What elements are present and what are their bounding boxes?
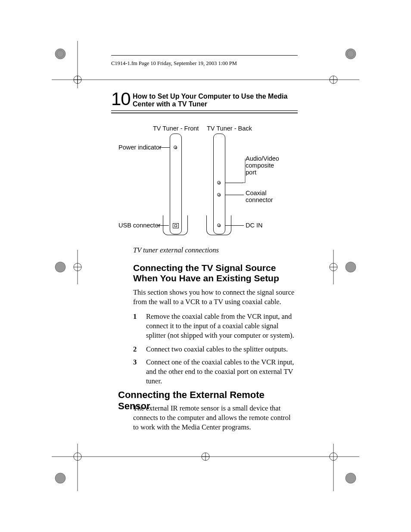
svg-point-27 xyxy=(330,453,337,460)
svg-point-24 xyxy=(202,453,209,460)
svg-point-19 xyxy=(346,262,356,272)
back-av-port xyxy=(217,181,221,184)
label-front: TV Tuner - Front xyxy=(153,125,199,132)
svg-point-8 xyxy=(55,49,65,59)
pointer-coax xyxy=(225,195,244,195)
page: C1914-1.fm Page 10 Friday, September 19,… xyxy=(0,0,411,532)
svg-point-10 xyxy=(346,49,356,59)
step-text-3: Connect one of the coaxial cables to the… xyxy=(146,358,298,386)
svg-point-29 xyxy=(346,473,356,483)
label-dc-in: DC IN xyxy=(246,222,262,229)
label-back: TV Tuner - Back xyxy=(207,125,252,132)
pointer-av-elbow xyxy=(243,159,246,184)
svg-point-9 xyxy=(57,50,64,57)
step-text-2: Connect two coaxial cables to the splitt… xyxy=(146,345,298,354)
diagram-caption: TV tuner external connections xyxy=(133,246,219,255)
label-coax-line2: connector xyxy=(246,196,273,203)
crop-mark-bottom xyxy=(52,444,359,491)
tv-tuner-diagram: TV Tuner - Front TV Tuner - Back Power i… xyxy=(121,125,297,246)
label-power-indicator: Power indicator xyxy=(118,144,162,151)
section-title: How to Set Up Your Computer to Use the M… xyxy=(133,93,288,108)
crop-mark-middle-left xyxy=(52,250,86,284)
label-usb-connector: USB connector xyxy=(118,222,161,229)
step-number-1: 1 xyxy=(133,312,137,321)
pointer-power xyxy=(159,147,170,148)
svg-point-13 xyxy=(74,263,81,271)
paragraph-remote-sensor: The external IR remote sensor is a small… xyxy=(133,404,298,432)
step-number-3: 3 xyxy=(133,358,137,367)
running-header: C1914-1.fm Page 10 Friday, September 19,… xyxy=(111,60,237,67)
svg-point-17 xyxy=(330,263,337,271)
crop-mark-middle-right xyxy=(325,250,359,284)
svg-point-2 xyxy=(74,76,81,84)
header-rule xyxy=(111,55,298,56)
back-stand xyxy=(206,215,231,235)
svg-point-28 xyxy=(55,473,65,483)
page-number-large: 10 xyxy=(111,89,131,109)
svg-point-23 xyxy=(74,453,81,460)
step-2: 2 Connect two coaxial cables to the spli… xyxy=(133,345,298,355)
label-coax: Coaxial connector xyxy=(246,190,284,203)
label-coax-line1: Coaxial xyxy=(246,190,266,196)
pointer-av xyxy=(225,183,243,183)
label-av-line1: Audio/Video xyxy=(246,155,279,162)
paragraph-intro: This section shows you how to connect th… xyxy=(133,288,298,307)
svg-point-15 xyxy=(55,262,65,272)
step-1: 1 Remove the coaxial cable from the VCR … xyxy=(133,312,298,342)
front-stand xyxy=(163,215,188,235)
section-rule-thin xyxy=(111,110,298,111)
front-power-led xyxy=(174,146,177,149)
step-number-2: 2 xyxy=(133,345,137,354)
heading-connecting-signal-source: Connecting the TV Signal Source When You… xyxy=(133,263,298,283)
label-av-line3: port xyxy=(246,169,256,176)
svg-point-11 xyxy=(347,50,354,57)
label-av-port: Audio/Video composite port xyxy=(246,155,284,176)
label-av-line2: composite xyxy=(246,162,274,169)
svg-point-5 xyxy=(330,76,337,84)
back-coax-port xyxy=(217,193,221,196)
section-rule-thick xyxy=(111,112,298,114)
step-3: 3 Connect one of the coaxial cables to t… xyxy=(133,358,298,388)
step-text-1: Remove the coaxial cable from the VCR in… xyxy=(146,312,298,340)
